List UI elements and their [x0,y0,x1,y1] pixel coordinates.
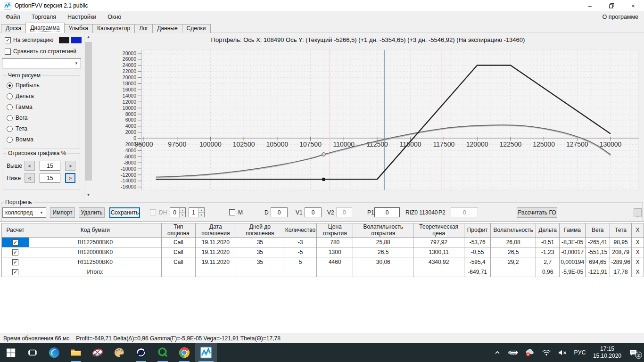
column-header[interactable]: Дней до погашения [236,223,284,238]
column-header[interactable]: Количество [284,223,316,238]
taskbar-optionfvv-app[interactable] [195,343,217,362]
compare-strategy-checkbox[interactable]: ✓ Сравнить со стратегией [5,48,76,55]
calc-checkbox[interactable]: ✓ [12,239,18,246]
wifi-icon[interactable] [538,349,554,356]
radio-прибыль[interactable]: Прибыль [7,82,40,89]
menu-item-2[interactable]: Торговля [26,11,62,22]
current-color-swatch[interactable] [71,37,82,43]
taskbar-snipping-app[interactable] [87,343,108,362]
volume-muted-icon[interactable] [554,349,570,356]
column-header[interactable]: Дата погашения [195,223,236,238]
v1-input[interactable]: 0 [305,207,322,217]
taskbar-q-green-app[interactable] [152,343,173,362]
notification-center-icon[interactable]: 2 [625,348,641,357]
menu-item-3[interactable]: Настройки [62,11,102,22]
radio-тета[interactable]: Тета [7,125,27,132]
column-header[interactable]: Волатильность [491,223,536,238]
scroll-up-icon[interactable]: ▲ [84,33,92,41]
remove-row-button[interactable]: X [631,267,644,277]
taskbar-start-button[interactable] [0,343,22,362]
clock[interactable]: 17:15 15.10.2020 [589,346,625,360]
row-calc-checkbox-cell[interactable]: ✓ [2,257,29,267]
battery-icon[interactable] [504,349,521,356]
radio-гамма[interactable]: Гамма [7,104,33,110]
radio-вега[interactable]: Вега [7,115,27,121]
menu-item-1[interactable]: Файл [0,11,26,22]
column-header[interactable]: Волатильность открытия [353,223,413,238]
radio-button[interactable] [7,126,13,132]
radio-button[interactable] [7,115,13,121]
dh-spinner-2[interactable]: 1 ▲▼ [189,207,205,217]
restore-button[interactable] [601,0,622,11]
column-header[interactable]: Гамма [560,223,586,238]
taskbar-task-view-app[interactable] [22,343,43,362]
column-header[interactable]: Расчет [2,223,29,238]
expiration-color-swatch[interactable] [59,37,69,43]
column-header[interactable]: Профит [464,223,491,238]
below-decrease-button[interactable]: < [25,173,35,183]
taskbar-paint-app[interactable] [108,343,130,362]
onedrive-error-icon[interactable] [521,348,538,357]
tab-данные[interactable]: Данные [152,24,182,33]
column-header[interactable]: Тета [610,223,632,238]
expiration-checkbox-box[interactable]: ✓ [5,37,11,43]
pl-chart[interactable]: 2800026000240002200020000180001600014000… [92,43,644,199]
spin-down-icon[interactable]: ▼ [198,213,204,217]
taskbar-chrome-app[interactable] [173,343,195,362]
close-button[interactable]: × [622,0,644,11]
dh-checkbox[interactable]: ✓ [150,209,156,215]
above-increase-button[interactable]: > [65,161,75,171]
taskbar-explorer-app[interactable] [65,343,87,362]
compare-strategy-checkbox-box[interactable]: ✓ [5,49,11,55]
taskbar-edge-app[interactable] [43,343,65,362]
spin-up-icon[interactable]: ▲ [180,208,185,213]
below-value-box[interactable]: 15 [40,173,60,183]
row-calc-checkbox-cell[interactable]: ✓ [2,247,29,257]
spin-up-icon[interactable]: ▲ [198,208,204,213]
radio-button[interactable] [7,82,13,89]
v2-input[interactable]: 0 [336,207,352,217]
column-header[interactable]: Код бумаги [29,223,161,238]
calc-checkbox[interactable]: ✓ [12,259,18,265]
tray-chevron-up-icon[interactable] [490,349,504,356]
above-value-box[interactable]: 15 [40,161,60,171]
scrollbar-thumb[interactable] [85,42,92,181]
radio-button[interactable] [7,104,13,110]
calc-checkbox[interactable]: ✓ [12,249,18,255]
p1-input[interactable]: 0 [374,207,400,217]
radio-button[interactable] [7,137,13,143]
spin-down-icon[interactable]: ▼ [180,213,185,217]
tab-доска[interactable]: Доска [1,24,26,33]
tab-лог[interactable]: Лог [134,24,153,33]
above-decrease-button[interactable]: < [25,161,35,171]
m-checkbox[interactable]: ✓ [229,209,235,215]
menu-item-4[interactable]: Окно [102,11,127,22]
calculate-go-button[interactable]: Рассчитать ГО [517,207,557,218]
strategy-combobox[interactable]: ▼ [2,58,81,68]
calc-checkbox[interactable]: ✓ [12,269,18,275]
tab-улыбка[interactable]: Улыбка [64,24,93,33]
collapse-button[interactable]: _ [634,208,642,217]
tab-диаграмма[interactable]: Диаграмма [25,23,64,33]
p2-input[interactable]: 0 [451,207,478,217]
taskbar-quik-app[interactable] [130,343,152,362]
column-header[interactable]: Цена открытия [317,223,353,238]
remove-row-button[interactable]: X [631,247,644,257]
save-button[interactable]: Сохранить [109,207,140,218]
column-header[interactable]: Вега [586,223,610,238]
preset-combobox[interactable]: коллспред ▼ [2,207,46,218]
settings-scrollbar[interactable]: ▲ ▼ [84,33,92,199]
d-input[interactable]: 0 [271,207,288,217]
import-button[interactable]: Импорт [50,207,75,218]
tab-сделки[interactable]: Сделки [182,24,211,33]
minimize-button[interactable]: – [579,0,601,11]
column-header[interactable]: Тип опциона [161,223,195,238]
radio-button[interactable] [7,93,13,99]
row-calc-checkbox-cell[interactable]: ✓ [2,238,29,247]
menu-about[interactable]: О программе [597,14,644,20]
delete-button[interactable]: Удалить [79,207,105,218]
scroll-down-icon[interactable]: ▼ [84,191,92,199]
below-increase-button[interactable]: > [65,173,75,183]
remove-row-button[interactable]: X [631,257,644,267]
column-header[interactable]: Теоретическая цена [413,223,464,238]
